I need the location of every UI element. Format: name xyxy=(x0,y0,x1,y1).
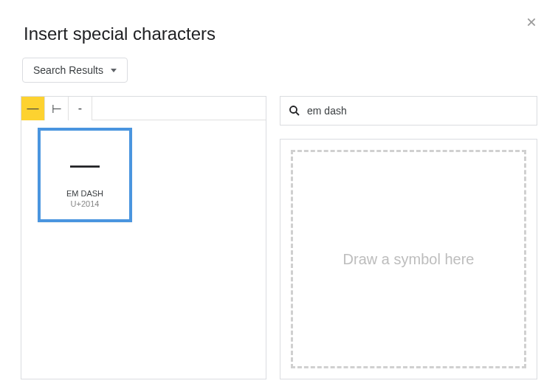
search-panel: Draw a symbol here xyxy=(280,96,537,379)
character-result[interactable]: — EM DASH U+2014 xyxy=(38,128,132,222)
character-glyph: — xyxy=(70,142,100,186)
category-dropdown[interactable]: Search Results xyxy=(22,58,128,83)
draw-symbol-area[interactable]: Draw a symbol here xyxy=(280,139,537,379)
character-name: EM DASH xyxy=(66,189,103,198)
svg-line-3 xyxy=(296,112,299,115)
draw-placeholder: Draw a symbol here xyxy=(291,150,526,368)
search-icon xyxy=(288,104,301,117)
recent-char-glyph: ⊢ xyxy=(52,102,62,116)
chevron-down-icon xyxy=(111,69,117,72)
recent-char-glyph: - xyxy=(78,102,82,115)
draw-placeholder-text: Draw a symbol here xyxy=(343,251,475,268)
dialog-title: Insert special characters xyxy=(24,24,537,44)
recent-char[interactable]: — xyxy=(21,97,45,120)
recent-char[interactable]: - xyxy=(69,97,92,120)
search-input[interactable] xyxy=(301,104,529,117)
svg-point-2 xyxy=(290,106,297,113)
recent-char-glyph: — xyxy=(27,102,39,115)
insert-special-characters-dialog: Insert special characters Search Results… xyxy=(0,0,558,392)
recent-characters-row: — ⊢ - xyxy=(21,97,266,120)
character-codepoint: U+2014 xyxy=(71,199,100,208)
close-icon xyxy=(526,16,537,28)
search-field-wrapper xyxy=(280,96,537,125)
results-grid: — EM DASH U+2014 xyxy=(21,120,266,230)
results-panel: — ⊢ - — EM DASH U+2014 xyxy=(21,96,266,379)
recent-char[interactable]: ⊢ xyxy=(45,97,69,120)
close-button[interactable] xyxy=(523,13,540,31)
dropdown-label: Search Results xyxy=(33,64,103,76)
